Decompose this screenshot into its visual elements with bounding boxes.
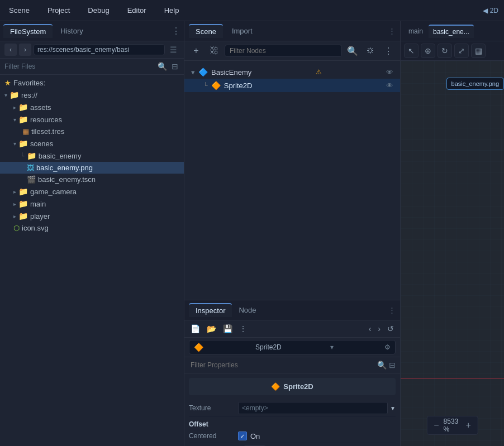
- zoom-minus-button[interactable]: −: [431, 420, 441, 430]
- folder-icon: 📁: [18, 103, 28, 112]
- node-basic-enemy[interactable]: ▾ 🔷 BasicEnemy ⚠ 👁: [184, 65, 400, 79]
- left-panel-menu[interactable]: ⋮: [172, 26, 180, 36]
- nav-back-button[interactable]: ‹: [4, 44, 17, 56]
- inspector-history-icon[interactable]: ↺: [386, 323, 396, 335]
- folder-icon: 📁: [18, 199, 28, 208]
- prop-row-centered: Centered ✓ On: [189, 429, 396, 443]
- inspector-more-icon[interactable]: ⋮: [237, 323, 249, 335]
- tree-item-player[interactable]: ▸ 📁 player: [0, 210, 184, 222]
- texture-value[interactable]: <empty>: [238, 402, 388, 414]
- visibility-icon[interactable]: 👁: [386, 68, 393, 76]
- filter-properties-input[interactable]: [189, 359, 375, 371]
- select-tool-button[interactable]: ↖: [404, 44, 419, 58]
- node-type-dropdown[interactable]: 🔶 Sprite2D ▾ ⚙: [189, 340, 396, 354]
- tree-label-assets: assets: [30, 103, 51, 112]
- tree-label-basic-enemy: basic_enemy: [39, 152, 82, 160]
- move-tool-button[interactable]: ⊕: [421, 44, 435, 58]
- centered-checkbox[interactable]: ✓: [238, 431, 247, 440]
- red-line-artifact: [401, 378, 504, 379]
- inspector-next-icon[interactable]: ›: [376, 323, 382, 335]
- tab-filesystem[interactable]: FileSystem: [3, 24, 53, 38]
- filter-nodes-input[interactable]: [225, 45, 342, 57]
- view-mode-2d[interactable]: ◀ 2D: [483, 7, 498, 15]
- folder-icon: 📁: [18, 139, 28, 148]
- search-nodes-button[interactable]: 🔍: [345, 44, 360, 58]
- grid-tool-button[interactable]: ▦: [471, 44, 486, 58]
- node-label-sprite2d: Sprite2D: [224, 81, 253, 90]
- sprite-visibility-icon[interactable]: 👁: [386, 81, 393, 90]
- scene-tab-bar: Scene Import ⋮: [184, 21, 400, 41]
- drag-arrow-icon: ▼: [390, 405, 396, 411]
- svg-icon: ⬡: [13, 224, 20, 232]
- tree-item-basic-enemy-folder[interactable]: └ 📁 basic_enemy: [0, 150, 184, 162]
- link-node-button[interactable]: ⛓: [207, 44, 221, 58]
- scene-menu-button[interactable]: ⋮: [381, 44, 396, 58]
- node-settings-button[interactable]: ⚙: [384, 343, 391, 351]
- add-node-button[interactable]: +: [189, 44, 203, 58]
- tree-item-game-camera[interactable]: ▸ 📁 game_camera: [0, 185, 184, 198]
- inspector-panel-menu[interactable]: ⋮: [388, 306, 396, 314]
- tab-node[interactable]: Node: [232, 304, 263, 316]
- scene-panel: Scene Import ⋮ + ⛓ 🔍 ⛭ ⋮ ▾ 🔷 BasicEnemy …: [184, 21, 400, 300]
- editor-viewport: basic_enemy.png − 8533 % +: [401, 61, 504, 446]
- editor-toolbar: ↖ ⊕ ↻ ⤢ ▦: [401, 41, 504, 61]
- tree-label-basic-enemy-tscn: basic_enemy.tscn: [38, 175, 96, 184]
- sprite-type-icon: 🔶: [211, 81, 221, 90]
- tree-item-tileset[interactable]: ▦ tileset.tres: [0, 126, 184, 137]
- expand-arrow-icon: ▸: [13, 104, 16, 111]
- dropdown-arrow-icon: ▾: [330, 343, 334, 351]
- expand-arrow-icon: ▸: [13, 189, 16, 195]
- search-icon[interactable]: 🔍: [156, 61, 168, 72]
- tab-basic-enemy[interactable]: basic_ene...: [429, 25, 474, 38]
- texture-label: Texture: [189, 404, 234, 412]
- image-icon: 🖼: [27, 164, 34, 172]
- tree-item-assets[interactable]: ▸ 📁 assets: [0, 101, 184, 113]
- menu-help[interactable]: Help: [161, 4, 183, 17]
- tree-item-resources[interactable]: ▾ 📁 resources: [0, 113, 184, 126]
- nav-forward-button[interactable]: ›: [19, 44, 31, 56]
- menu-debug[interactable]: Debug: [84, 4, 112, 17]
- tree-label-player: player: [30, 212, 50, 220]
- tree-item-main[interactable]: ▸ 📁 main: [0, 198, 184, 210]
- drag-tooltip: basic_enemy.png: [446, 78, 504, 90]
- scene-content: ▾ 🔷 BasicEnemy ⚠ 👁 └ 🔶 Sprite2D 👁: [184, 61, 400, 300]
- tree-item-icon-svg[interactable]: ⬡ icon.svg: [0, 222, 184, 234]
- offset-section-header: Offset: [189, 417, 396, 429]
- tree-item-basic-enemy-tscn[interactable]: 🎬 basic_enemy.tscn: [0, 174, 184, 185]
- tree-label-icon-svg: icon.svg: [22, 224, 49, 232]
- centered-label: Centered: [189, 432, 234, 440]
- tab-import[interactable]: Import: [225, 25, 259, 37]
- zoom-bar: − 8533 % +: [426, 416, 478, 435]
- path-menu-button[interactable]: ☰: [167, 44, 179, 56]
- file-tree: ★ Favorites: ▾ 📁 res:// ▸ 📁 assets ▾ 📁: [0, 75, 184, 446]
- tab-inspector[interactable]: Inspector: [189, 303, 232, 317]
- inspector-prev-icon[interactable]: ‹: [367, 323, 373, 335]
- tree-item-scenes[interactable]: ▾ 📁 scenes: [0, 137, 184, 150]
- tab-main[interactable]: main: [404, 25, 427, 37]
- menu-editor[interactable]: Editor: [124, 4, 150, 17]
- filter-properties-icon[interactable]: ⊟: [389, 361, 396, 370]
- menu-scene[interactable]: Scene: [6, 4, 33, 17]
- tab-scene[interactable]: Scene: [189, 24, 223, 38]
- folder-icon: 📁: [18, 115, 28, 124]
- tree-item-res[interactable]: ▾ 📁 res://: [0, 89, 184, 101]
- scene-options-button[interactable]: ⛭: [363, 44, 378, 58]
- scene-panel-menu[interactable]: ⋮: [388, 27, 396, 35]
- filter-options-icon[interactable]: ⊟: [170, 61, 179, 72]
- zoom-plus-button[interactable]: +: [463, 420, 473, 430]
- tab-history[interactable]: History: [54, 25, 89, 37]
- inspector-folder-icon[interactable]: 📂: [205, 323, 218, 335]
- folder-icon: 📁: [27, 151, 36, 160]
- search-properties-icon[interactable]: 🔍: [377, 361, 387, 370]
- inspector-save-icon[interactable]: 💾: [221, 323, 234, 335]
- filter-bar: Filter Files 🔍 ⊟: [0, 59, 184, 75]
- expand-arrow-icon: ▸: [13, 213, 16, 219]
- rotate-tool-button[interactable]: ↻: [438, 44, 452, 58]
- node-sprite2d[interactable]: └ 🔶 Sprite2D 👁: [184, 79, 400, 92]
- warning-icon: ⚠: [316, 68, 322, 76]
- inspector-script-icon[interactable]: 📄: [189, 323, 202, 335]
- tree-item-basic-enemy-png[interactable]: 🖼 basic_enemy.png: [0, 162, 184, 174]
- scale-tool-button[interactable]: ⤢: [454, 44, 469, 58]
- zoom-level-display: 8533 %: [444, 418, 462, 433]
- menu-project[interactable]: Project: [44, 4, 73, 17]
